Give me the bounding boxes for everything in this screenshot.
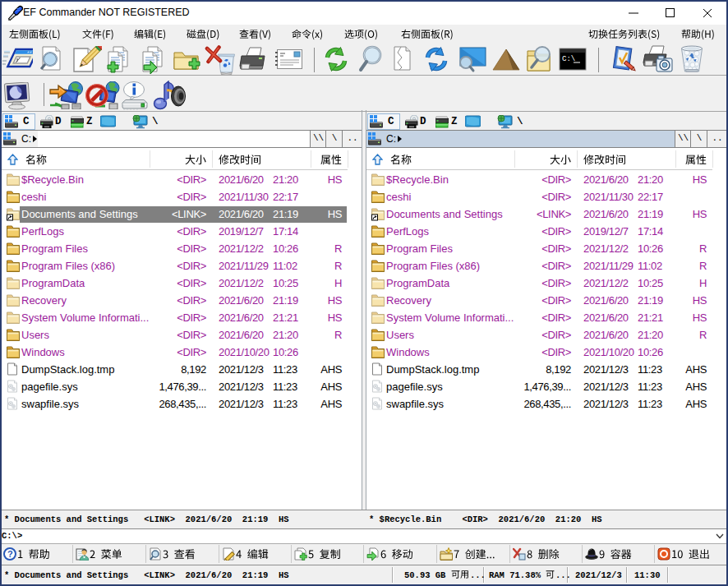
svg-text:?: ? (7, 549, 13, 559)
svg-text:C:\: C:\ (562, 55, 575, 63)
